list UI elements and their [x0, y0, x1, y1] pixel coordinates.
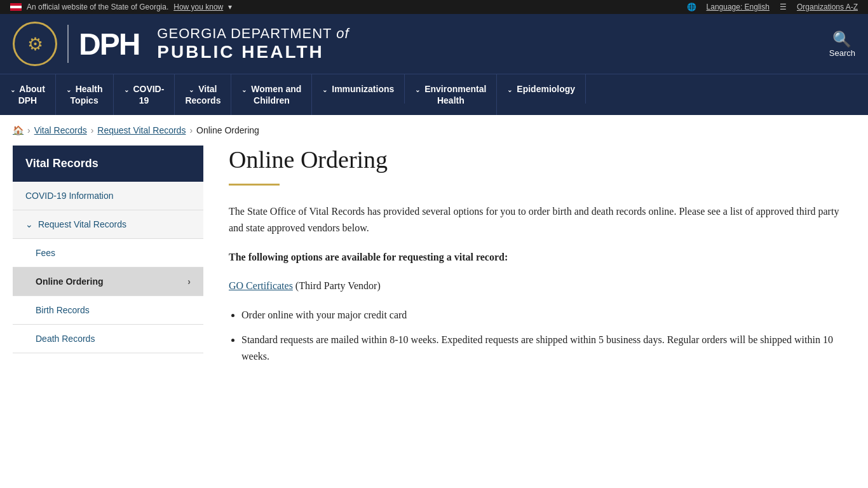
chevron-icon: ⌄ [10, 86, 15, 93]
how-you-know-link[interactable]: How you know [173, 3, 223, 11]
breadcrumb-sep-3: › [189, 125, 193, 135]
nav-link-immunizations[interactable]: ⌄ Immunizations [312, 74, 405, 104]
sidebar-link-covid-info[interactable]: COVID-19 Information [13, 182, 203, 210]
nav-link-about[interactable]: ⌄ AboutDPH [0, 74, 56, 115]
official-text: An official website of the State of Geor… [27, 3, 168, 11]
chevron-right-icon: › [187, 276, 191, 287]
menu-icon: ☰ [780, 3, 787, 11]
top-bar: An official website of the State of Geor… [0, 0, 868, 14]
intro-paragraph: The State Office of Vital Records has pr… [229, 203, 855, 236]
nav-item-vital-records[interactable]: ⌄ VitalRecords [175, 74, 231, 115]
breadcrumb-sep-2: › [91, 125, 94, 135]
nav-item-women-children[interactable]: ⌄ Women andChildren [231, 74, 312, 115]
header-title: GEORGIA DEPARTMENT of PUBLIC HEALTH [157, 25, 349, 62]
dept-name-line2: PUBLIC HEALTH [157, 42, 349, 62]
sidebar-subnav: Fees Online Ordering › Birth Records Dea… [13, 239, 203, 353]
vendor-line: GO Certificates (Third Party Vendor) [229, 278, 855, 294]
search-button[interactable]: 🔍 Search [829, 30, 855, 58]
chevron-icon: ⌄ [241, 86, 247, 93]
nav-link-epidemiology[interactable]: ⌄ Epidemiology [497, 74, 586, 104]
georgia-flag [10, 3, 22, 11]
vendor-link[interactable]: GO Certificates [229, 280, 293, 291]
nav-item-about[interactable]: ⌄ AboutDPH [0, 74, 56, 115]
chevron-icon: ⌄ [507, 86, 512, 93]
nav-link-women-children[interactable]: ⌄ Women andChildren [231, 74, 312, 115]
breadcrumb-sep-1: › [27, 125, 31, 135]
globe-icon: 🌐 [687, 3, 696, 11]
logo-divider [67, 25, 69, 63]
search-icon: 🔍 [829, 30, 855, 48]
seal-icon: ⚙ [27, 34, 43, 55]
sidebar-item-death-records[interactable]: Death Records [13, 325, 203, 353]
sidebar-link-birth-records[interactable]: Birth Records [13, 296, 203, 324]
nav-item-epidemiology[interactable]: ⌄ Epidemiology [497, 74, 586, 115]
site-header: ⚙ DPH GEORGIA DEPARTMENT of PUBLIC HEALT… [0, 14, 868, 74]
main-layout: Vital Records COVID-19 Information ⌄ Req… [0, 146, 868, 400]
chevron-icon: ⌄ [322, 86, 327, 93]
nav-item-immunizations[interactable]: ⌄ Immunizations [312, 74, 405, 115]
dph-letters: DPH [79, 27, 139, 62]
sidebar-item-birth-records[interactable]: Birth Records [13, 296, 203, 325]
sidebar-title: Vital Records [13, 146, 203, 182]
chevron-icon: ⌄ [189, 86, 194, 93]
nav-link-covid[interactable]: ⌄ COVID-19 [114, 74, 175, 115]
bullet-2: Standard requests are mailed within 8-10… [241, 332, 855, 364]
language-link[interactable]: Language: English [707, 3, 770, 11]
sidebar-link-fees[interactable]: Fees [13, 239, 203, 267]
nav-item-health-topics[interactable]: ⌄ HealthTopics [56, 74, 114, 115]
page-title: Online Ordering [229, 146, 855, 173]
main-nav: ⌄ AboutDPH ⌄ HealthTopics ⌄ COVID-19 ⌄ V… [0, 74, 868, 115]
nav-link-vital-records[interactable]: ⌄ VitalRecords [175, 74, 231, 115]
chevron-icon: ⌄ [415, 86, 420, 93]
organizations-link[interactable]: Organizations A-Z [797, 3, 858, 11]
breadcrumb-vital-records[interactable]: Vital Records [34, 125, 87, 135]
vendor-type: (Third Party Vendor) [295, 280, 381, 291]
nav-link-health-topics[interactable]: ⌄ HealthTopics [56, 74, 114, 115]
sidebar-link-request-vital[interactable]: ⌄ Request Vital Records [13, 210, 203, 238]
main-content: Online Ordering The State Office of Vita… [229, 146, 855, 374]
logo-group: ⚙ DPH GEORGIA DEPARTMENT of PUBLIC HEALT… [13, 22, 349, 66]
breadcrumb: 🏠 › Vital Records › Request Vital Record… [0, 115, 868, 146]
chevron-icon: ⌄ [124, 86, 129, 93]
title-underline [229, 184, 280, 186]
breadcrumb-home[interactable]: 🏠 [13, 125, 24, 135]
sidebar-item-request-vital[interactable]: ⌄ Request Vital Records [13, 210, 203, 239]
top-bar-left: An official website of the State of Geor… [10, 3, 232, 11]
dept-name-line1: GEORGIA DEPARTMENT of [157, 25, 349, 42]
chevron-icon: ⌄ [66, 86, 71, 93]
dropdown-arrow: ▾ [228, 3, 232, 11]
nav-item-covid[interactable]: ⌄ COVID-19 [114, 74, 175, 115]
sidebar-item-covid-info[interactable]: COVID-19 Information [13, 182, 203, 210]
expand-icon: ⌄ [25, 219, 33, 229]
sidebar: Vital Records COVID-19 Information ⌄ Req… [13, 146, 203, 374]
sidebar-link-online-ordering[interactable]: Online Ordering › [13, 268, 203, 295]
nav-item-env-health[interactable]: ⌄ EnvironmentalHealth [405, 74, 497, 115]
bullet-1: Order online with your major credit card [241, 307, 855, 323]
options-heading: The following options are available for … [229, 249, 855, 266]
breadcrumb-request-vital[interactable]: Request Vital Records [97, 125, 186, 135]
logo-seal: ⚙ [13, 22, 57, 66]
nav-link-env-health[interactable]: ⌄ EnvironmentalHealth [405, 74, 497, 115]
breadcrumb-current: Online Ordering [196, 125, 259, 135]
sidebar-item-online-ordering[interactable]: Online Ordering › [13, 268, 203, 296]
content-body: The State Office of Vital Records has pr… [229, 203, 855, 364]
vendor-bullets: Order online with your major credit card… [241, 307, 855, 365]
top-bar-right: 🌐 Language: English ☰ Organizations A-Z [687, 3, 858, 11]
sidebar-item-fees[interactable]: Fees [13, 239, 203, 268]
sidebar-link-death-records[interactable]: Death Records [13, 325, 203, 353]
